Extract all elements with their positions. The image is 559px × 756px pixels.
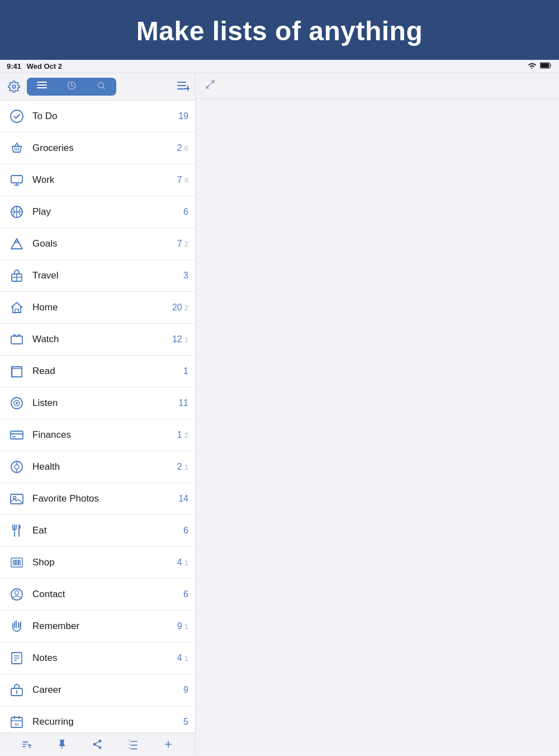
vinyl-icon — [7, 393, 27, 413]
list-item[interactable]: Listen11 — [0, 388, 195, 419]
app-banner: Make lists of anything — [0, 0, 559, 60]
list-item-name: To Do — [32, 111, 178, 122]
list-item-name: Work — [32, 174, 177, 186]
count-secondary: 1 — [184, 559, 188, 567]
list-item-counts: 6 — [183, 207, 188, 217]
status-icons — [528, 62, 552, 70]
list-item-name: Notes — [32, 653, 177, 664]
expand-icon[interactable] — [205, 79, 216, 93]
list-item-name: Eat — [32, 525, 183, 536]
list-item[interactable]: Finances12 — [0, 419, 195, 451]
list-item-name: Health — [32, 461, 177, 472]
travel-bag-icon — [7, 266, 27, 286]
list-item-counts: 6 — [183, 589, 188, 599]
count-primary: 6 — [183, 207, 188, 217]
svg-rect-1 — [541, 63, 549, 68]
svg-rect-23 — [11, 336, 22, 344]
right-panel-toolbar — [196, 73, 559, 99]
count-primary: 1 — [183, 366, 188, 376]
add-item-button[interactable] — [163, 739, 174, 750]
list-item-name: Goals — [32, 238, 177, 249]
list-item[interactable]: Notes41 — [0, 642, 195, 674]
photo-icon — [7, 489, 27, 509]
list-item-counts: 41 — [177, 653, 188, 663]
count-primary: 9 — [183, 685, 188, 695]
list-item-counts: 41 — [177, 557, 188, 568]
list-item-name: Career — [32, 684, 183, 696]
house-icon — [7, 297, 27, 318]
main-panels: To Do19Groceries26Work79Play6Goals72Trav… — [0, 73, 559, 755]
barcode-icon — [7, 552, 27, 573]
app-title: Make lists of anything — [0, 16, 559, 46]
count-primary: 9 — [177, 621, 182, 631]
list-item[interactable]: Groceries26 — [0, 133, 195, 164]
svg-rect-9 — [177, 88, 186, 89]
list-item[interactable]: Shop41 — [0, 547, 195, 579]
list-item-name: Watch — [32, 334, 172, 345]
list-item-name: Finances — [32, 429, 177, 441]
tv-icon — [7, 329, 27, 349]
count-primary: 4 — [177, 557, 182, 568]
count-secondary: 1 — [184, 336, 188, 344]
list-item[interactable]: Eat6 — [0, 515, 195, 547]
status-time-date: 9:41 Wed Oct 2 — [7, 62, 62, 70]
list-view-button[interactable] — [27, 78, 56, 96]
checklist-view-button[interactable] — [127, 739, 139, 750]
left-panel: To Do19Groceries26Work79Play6Goals72Trav… — [0, 73, 196, 755]
list-item-name: Play — [32, 206, 183, 218]
count-primary: 2 — [177, 462, 182, 472]
count-primary: 7 — [177, 175, 182, 185]
checkmark-circle-icon — [7, 106, 27, 126]
mountain-icon — [7, 234, 27, 254]
add-list-button[interactable] — [177, 82, 190, 92]
list-item[interactable]: 31Recurring5 — [0, 706, 195, 733]
list-item[interactable]: To Do19 — [0, 101, 195, 133]
hand-raised-icon — [7, 616, 27, 636]
list-item[interactable]: Contact6 — [0, 579, 195, 611]
sort-button[interactable] — [21, 739, 32, 750]
svg-point-35 — [15, 465, 19, 469]
svg-rect-14 — [11, 176, 22, 183]
left-toolbar — [0, 73, 195, 101]
list-item-counts: 21 — [177, 462, 188, 472]
pin-button[interactable] — [56, 739, 68, 750]
list-item[interactable]: Home202 — [0, 292, 195, 324]
svg-rect-3 — [37, 84, 47, 86]
list-item-counts: 19 — [178, 111, 188, 121]
count-secondary: 9 — [184, 176, 188, 185]
search-view-button[interactable] — [87, 78, 116, 96]
count-primary: 14 — [178, 494, 188, 504]
list-item[interactable]: Career9 — [0, 674, 195, 706]
utensils-icon — [7, 521, 27, 541]
calendar-icon: 31 — [7, 712, 27, 732]
list-item[interactable]: Travel3 — [0, 260, 195, 292]
list-item[interactable]: Goals72 — [0, 228, 195, 260]
career-icon — [7, 680, 27, 700]
svg-point-10 — [11, 110, 23, 122]
svg-point-30 — [16, 402, 18, 404]
list-item[interactable]: Work79 — [0, 164, 195, 196]
list-item-counts: 5 — [183, 717, 188, 727]
list-item[interactable]: Read1 — [0, 356, 195, 388]
svg-text:31: 31 — [15, 722, 19, 726]
list-item[interactable]: Favorite Photos14 — [0, 483, 195, 515]
list-item-name: Shop — [32, 557, 177, 568]
battery-icon — [540, 62, 552, 70]
svg-rect-31 — [11, 431, 23, 439]
count-primary: 5 — [183, 717, 188, 727]
list-item[interactable]: Watch121 — [0, 324, 195, 356]
share-button[interactable] — [92, 739, 103, 750]
list-item-name: Groceries — [32, 143, 177, 154]
settings-icon[interactable] — [6, 78, 22, 95]
count-secondary: 1 — [184, 463, 188, 471]
list-item[interactable]: Remember91 — [0, 611, 195, 642]
count-primary: 1 — [177, 430, 182, 440]
credit-card-icon — [7, 425, 27, 445]
count-primary: 11 — [178, 398, 188, 408]
list-item-name: Contact — [32, 589, 183, 600]
list-item[interactable]: Health21 — [0, 451, 195, 483]
right-panel — [196, 73, 559, 755]
time-view-button[interactable] — [56, 78, 86, 96]
list-item-name: Remember — [32, 621, 177, 632]
list-item[interactable]: Play6 — [0, 196, 195, 228]
